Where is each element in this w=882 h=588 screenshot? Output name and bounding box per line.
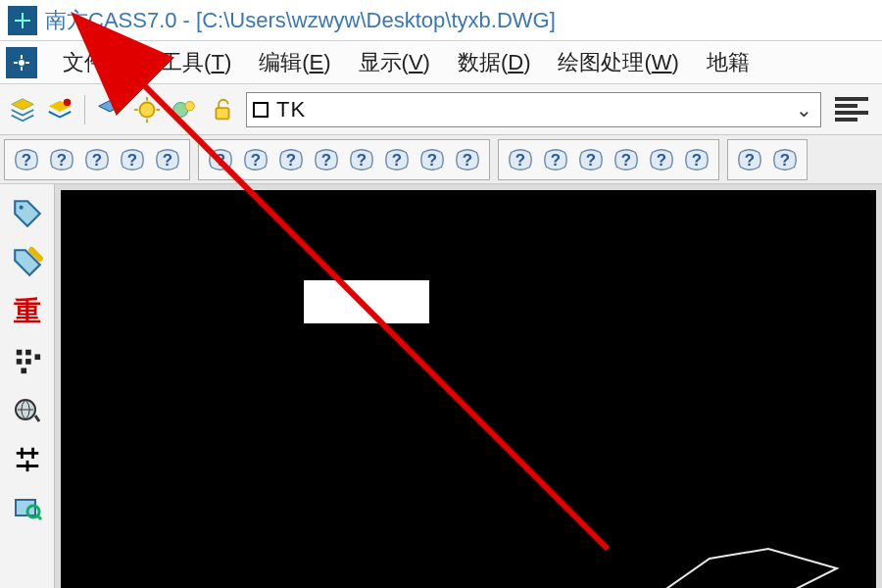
svg-text:?: ?: [621, 150, 631, 169]
menu-view[interactable]: 显示(V): [353, 44, 436, 81]
doc-path: [C:\Users\wzwyw\Desktop\tyxb.DWG]: [196, 8, 556, 32]
svg-text:?: ?: [692, 150, 702, 169]
svg-rect-46: [16, 500, 35, 515]
svg-text:?: ?: [163, 150, 172, 169]
title-separator: -: [177, 8, 197, 32]
help-button[interactable]: ?: [379, 143, 415, 176]
svg-text:?: ?: [515, 150, 525, 169]
svg-point-4: [140, 102, 155, 117]
help-button[interactable]: ?: [273, 143, 309, 176]
help-group-2: ? ? ? ? ? ? ? ?: [198, 139, 490, 180]
app-name: 南方CASS7.0: [45, 8, 177, 32]
layer-filter-icon[interactable]: [93, 93, 126, 126]
svg-line-48: [37, 515, 41, 519]
drawing-canvas[interactable]: [61, 190, 876, 588]
segment-tool-icon[interactable]: [6, 437, 49, 480]
svg-rect-11: [216, 108, 228, 119]
svg-text:?: ?: [127, 150, 137, 169]
help-button[interactable]: ?: [344, 143, 379, 176]
edit-tool-icon[interactable]: [6, 241, 49, 284]
help-button[interactable]: ?: [450, 143, 485, 176]
help-button[interactable]: ?: [573, 143, 609, 176]
help-button[interactable]: ?: [732, 143, 767, 176]
help-button[interactable]: ?: [679, 143, 714, 176]
help-button[interactable]: ?: [538, 143, 573, 176]
window-title: 南方CASS7.0 - [C:\Users\wzwyw\Desktop\tyxb…: [45, 6, 556, 35]
menu-data[interactable]: 数据(D): [452, 44, 537, 81]
canvas-wrap: [55, 184, 882, 588]
menu-app-icon[interactable]: [6, 47, 37, 78]
help-button[interactable]: ?: [309, 143, 344, 176]
svg-text:?: ?: [657, 150, 666, 169]
layer-sun-icon[interactable]: [130, 93, 164, 126]
toolbar-help: ? ? ? ? ? ? ? ? ? ? ? ? ? ? ? ? ? ? ? ? …: [0, 135, 882, 184]
svg-text:?: ?: [251, 150, 261, 169]
menu-file[interactable]: 文件(F): [57, 44, 139, 81]
properties-icon[interactable]: [835, 92, 876, 127]
svg-rect-34: [16, 350, 22, 356]
svg-text:?: ?: [92, 150, 102, 169]
help-group-1: ? ? ? ? ?: [4, 139, 190, 180]
help-button[interactable]: ?: [503, 143, 538, 176]
svg-rect-37: [25, 359, 31, 365]
help-button[interactable]: ?: [203, 143, 238, 176]
menu-edit[interactable]: 编辑(E): [253, 44, 336, 81]
main-area: 重: [0, 184, 882, 588]
help-button[interactable]: ?: [238, 143, 273, 176]
svg-rect-35: [25, 350, 31, 356]
layer-name: TK: [276, 97, 306, 122]
svg-point-10: [185, 101, 194, 110]
canvas-polyline: [651, 539, 847, 588]
menu-draw[interactable]: 绘图处理(W): [552, 44, 684, 81]
globe-tool-icon[interactable]: [6, 388, 49, 431]
layer-lock-icon[interactable]: [205, 93, 238, 126]
title-bar: 南方CASS7.0 - [C:\Users\wzwyw\Desktop\tyxb…: [0, 0, 882, 41]
help-button[interactable]: ?: [609, 143, 644, 176]
svg-point-2: [19, 60, 24, 66]
menu-terrain[interactable]: 地籍: [701, 44, 756, 81]
redo-tool-icon[interactable]: 重: [6, 290, 49, 333]
svg-text:?: ?: [586, 150, 596, 169]
svg-rect-39: [21, 368, 26, 374]
svg-text:?: ?: [57, 150, 67, 169]
help-button[interactable]: ?: [44, 143, 79, 176]
layers-icon[interactable]: [6, 93, 39, 126]
svg-text:?: ?: [551, 150, 561, 169]
svg-point-3: [64, 98, 72, 106]
layer-combo[interactable]: TK ⌄: [246, 92, 821, 127]
side-toolbar: 重: [0, 184, 55, 588]
menu-bar: 文件(F) 工具(T) 编辑(E) 显示(V) 数据(D) 绘图处理(W) 地籍: [0, 41, 882, 84]
toolbar-layer: TK ⌄: [0, 84, 882, 135]
help-group-3: ? ? ? ? ? ?: [498, 139, 719, 180]
help-button[interactable]: ?: [150, 143, 185, 176]
layer-color-swatch: [253, 102, 269, 118]
help-button[interactable]: ?: [9, 143, 44, 176]
svg-text:?: ?: [780, 150, 790, 169]
help-button[interactable]: ?: [767, 143, 803, 176]
svg-rect-36: [16, 359, 22, 365]
layer-states-icon[interactable]: [43, 93, 76, 126]
help-button[interactable]: ?: [115, 143, 150, 176]
svg-text:?: ?: [427, 150, 437, 169]
svg-text:?: ?: [216, 150, 225, 169]
svg-rect-38: [34, 354, 40, 360]
svg-text:?: ?: [463, 150, 472, 169]
svg-text:?: ?: [357, 150, 367, 169]
find-tool-icon[interactable]: [6, 486, 49, 529]
help-group-4: ? ?: [727, 139, 808, 180]
menu-tools[interactable]: 工具(T): [155, 44, 237, 81]
grid-tool-icon[interactable]: [6, 339, 49, 382]
app-icon: [8, 6, 37, 35]
svg-point-33: [19, 206, 23, 210]
svg-text:?: ?: [22, 150, 31, 169]
help-button[interactable]: ?: [415, 143, 450, 176]
separator: [84, 95, 85, 124]
canvas-selection-rect: [304, 280, 429, 323]
layer-freeze-icon[interactable]: [168, 93, 201, 126]
svg-text:?: ?: [321, 150, 331, 169]
tag-tool-icon[interactable]: [6, 192, 49, 235]
help-button[interactable]: ?: [79, 143, 115, 176]
help-button[interactable]: ?: [644, 143, 679, 176]
svg-text:?: ?: [392, 150, 402, 169]
chevron-down-icon: ⌄: [796, 98, 812, 122]
